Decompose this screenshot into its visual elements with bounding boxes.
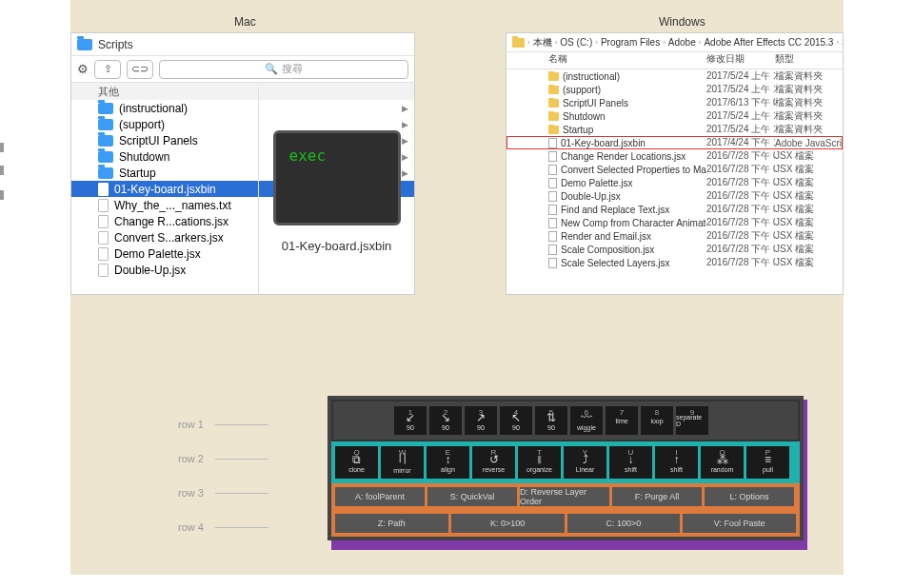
explorer-item[interactable]: Find and Replace Text.jsx2016/7/28 下午 0.… bbox=[507, 203, 843, 216]
keyboard-row-1: 1↙902↘903↗904↖905⇅906〰wiggle7time8loop9s… bbox=[331, 400, 800, 441]
keyboard-key[interactable]: 9separate D bbox=[676, 406, 708, 435]
row-label: row 2 bbox=[178, 453, 268, 464]
keyboard-key[interactable]: 7time bbox=[606, 406, 638, 435]
keyboard-key[interactable]: V: Fool Paste bbox=[683, 514, 796, 533]
folder-icon bbox=[548, 72, 559, 81]
keyboard-key[interactable]: U↓shift bbox=[609, 446, 652, 479]
keyboard-key[interactable]: 5⇅90 bbox=[535, 406, 567, 435]
file-icon bbox=[548, 191, 557, 202]
mac-finder-window: Scripts ⚙︎ ⇪ ⊂⊃ 🔍 搜尋 其他 (instructional)▶… bbox=[70, 32, 415, 295]
keyboard-key[interactable]: R↺reverse bbox=[472, 446, 515, 479]
keyboard-key[interactable]: T⦀organize bbox=[518, 446, 561, 479]
file-icon bbox=[98, 183, 109, 196]
breadcrumb[interactable]: ›本機›OS (C:)›Program Files›Adobe›Adobe Af… bbox=[507, 33, 843, 52]
column-headers[interactable]: 名稱 修改日期 類型 bbox=[507, 52, 843, 69]
folder-icon bbox=[512, 38, 525, 48]
mac-label: Mac bbox=[234, 15, 256, 29]
explorer-item[interactable]: Shutdown2017/5/24 上午 1...檔案資料夾 bbox=[507, 109, 843, 123]
folder-icon bbox=[77, 39, 92, 50]
keyboard-row-2: Q⧉cloneW〢mirrorE↕alignR↺reverseT⦀organiz… bbox=[331, 441, 800, 483]
folder-icon bbox=[98, 119, 113, 130]
keyboard-key[interactable]: P≡pull bbox=[746, 446, 789, 479]
keyboard-key[interactable]: Y⤴Linear bbox=[564, 446, 606, 479]
file-icon bbox=[548, 258, 557, 268]
tags-button[interactable]: ⊂⊃ bbox=[127, 60, 153, 79]
gear-icon[interactable]: ⚙︎ bbox=[77, 62, 89, 76]
keyboard-key[interactable]: 2↘90 bbox=[429, 406, 462, 435]
explorer-item[interactable]: 01-Key-board.jsxbin2017/4/24 下午 1...Adob… bbox=[507, 136, 843, 149]
explorer-file-list: (instructional)2017/5/24 上午 1...檔案資料夾(su… bbox=[507, 69, 843, 269]
breadcrumb-item[interactable]: 本機 bbox=[533, 36, 552, 49]
keyboard-key[interactable]: L: Options bbox=[705, 487, 794, 506]
file-icon bbox=[548, 218, 557, 228]
explorer-item[interactable]: Render and Email.jsx2016/7/28 下午 0...JSX… bbox=[507, 229, 843, 243]
keyboard-key[interactable]: Q⧉clone bbox=[335, 446, 378, 479]
explorer-item[interactable]: Convert Selected Properties to Marker...… bbox=[507, 163, 843, 176]
file-icon bbox=[548, 178, 557, 188]
keyboard-key[interactable]: O⁂random bbox=[701, 446, 744, 479]
explorer-item[interactable]: Scale Composition.jsx2016/7/28 下午 0...JS… bbox=[507, 243, 843, 256]
row-label: row 3 bbox=[178, 487, 268, 499]
keyboard-key[interactable]: E↕align bbox=[427, 446, 469, 479]
keyboard-key[interactable]: F: Purge All bbox=[612, 487, 702, 506]
file-icon bbox=[98, 231, 109, 245]
file-icon bbox=[98, 199, 109, 212]
folder-icon bbox=[98, 167, 113, 179]
explorer-item[interactable]: Double-Up.jsx2016/7/28 下午 0...JSX 檔案 bbox=[507, 189, 843, 203]
breadcrumb-item[interactable]: Adobe bbox=[668, 37, 696, 48]
file-icon bbox=[548, 205, 557, 215]
windows-label: Windows bbox=[659, 15, 705, 29]
row-labels: row 1row 2row 3row 4 bbox=[178, 419, 268, 533]
folder-icon bbox=[98, 103, 113, 114]
file-icon bbox=[548, 165, 557, 175]
row-label: row 1 bbox=[178, 419, 268, 430]
file-icon bbox=[548, 245, 557, 255]
explorer-item[interactable]: Startup2017/5/24 上午 1...檔案資料夾 bbox=[507, 123, 843, 136]
share-button[interactable]: ⇪ bbox=[94, 60, 121, 79]
file-icon bbox=[98, 215, 109, 228]
file-icon bbox=[98, 264, 109, 277]
keyboard-key[interactable]: 8loop bbox=[641, 406, 673, 435]
explorer-item[interactable]: Demo Palette.jsx2016/7/28 下午 0...JSX 檔案 bbox=[507, 176, 843, 189]
keyboard-panel: 1↙902↘903↗904↖905⇅906〰wiggle7time8loop9s… bbox=[328, 396, 804, 540]
finder-folder-name: Scripts bbox=[98, 38, 133, 51]
keyboard-key[interactable]: K: 0>100 bbox=[451, 514, 565, 533]
keyboard-key[interactable]: I↑shift bbox=[655, 446, 698, 479]
folder-icon bbox=[548, 99, 559, 108]
search-input[interactable]: 🔍 搜尋 bbox=[159, 60, 408, 79]
keyboard-key[interactable]: C: 100>0 bbox=[567, 514, 681, 533]
file-icon bbox=[98, 247, 109, 261]
explorer-item[interactable]: Scale Selected Layers.jsx2016/7/28 下午 0.… bbox=[507, 256, 843, 269]
explorer-item[interactable]: ScriptUI Panels2017/6/13 下午 0...檔案資料夾 bbox=[507, 96, 843, 109]
folder-icon bbox=[98, 151, 113, 163]
preview-filename: 01-Key-board.jsxbin bbox=[282, 239, 392, 253]
keyboard-key[interactable]: 1↙90 bbox=[394, 406, 427, 435]
explorer-item[interactable]: (support)2017/5/24 上午 1...檔案資料夾 bbox=[507, 83, 843, 96]
file-icon bbox=[548, 231, 557, 242]
breadcrumb-item[interactable]: Program Files bbox=[601, 37, 660, 48]
finder-path-bar: Scripts bbox=[71, 33, 414, 56]
keyboard-key[interactable]: 4↖90 bbox=[500, 406, 532, 435]
explorer-item[interactable]: Change Render Locations.jsx2016/7/28 下午 … bbox=[507, 149, 843, 163]
explorer-item[interactable]: (instructional)2017/5/24 上午 1...檔案資料夾 bbox=[507, 69, 843, 83]
breadcrumb-item[interactable]: OS (C:) bbox=[560, 37, 592, 48]
keyboard-row-3: A: foolParentS: QuickValD: Reverse Layer… bbox=[331, 483, 800, 510]
folder-icon bbox=[548, 86, 559, 94]
breadcrumb-item[interactable]: Support bbox=[842, 37, 843, 48]
keyboard-key[interactable]: Z: Path bbox=[335, 514, 448, 533]
keyboard-key[interactable]: A: foolParent bbox=[335, 487, 425, 506]
exec-thumbnail: exec bbox=[273, 130, 401, 225]
windows-explorer-window: ›本機›OS (C:)›Program Files›Adobe›Adobe Af… bbox=[506, 32, 844, 295]
explorer-item[interactable]: New Comp from Character Animator R...201… bbox=[507, 216, 843, 229]
keyboard-key[interactable]: W〢mirror bbox=[381, 446, 424, 479]
folder-icon bbox=[548, 126, 559, 134]
keyboard-key[interactable]: 3↗90 bbox=[465, 406, 497, 435]
file-icon bbox=[548, 138, 557, 148]
keyboard-key[interactable]: D: Reverse Layer Order bbox=[520, 487, 609, 506]
folder-icon bbox=[548, 112, 559, 121]
keyboard-key[interactable]: 6〰wiggle bbox=[570, 406, 603, 435]
breadcrumb-item[interactable]: Adobe After Effects CC 2015.3 bbox=[704, 37, 833, 48]
file-icon bbox=[548, 151, 557, 162]
keyboard-key[interactable]: S: QuickVal bbox=[427, 487, 517, 506]
preview-pane: exec 01-Key-board.jsxbin bbox=[258, 88, 414, 295]
